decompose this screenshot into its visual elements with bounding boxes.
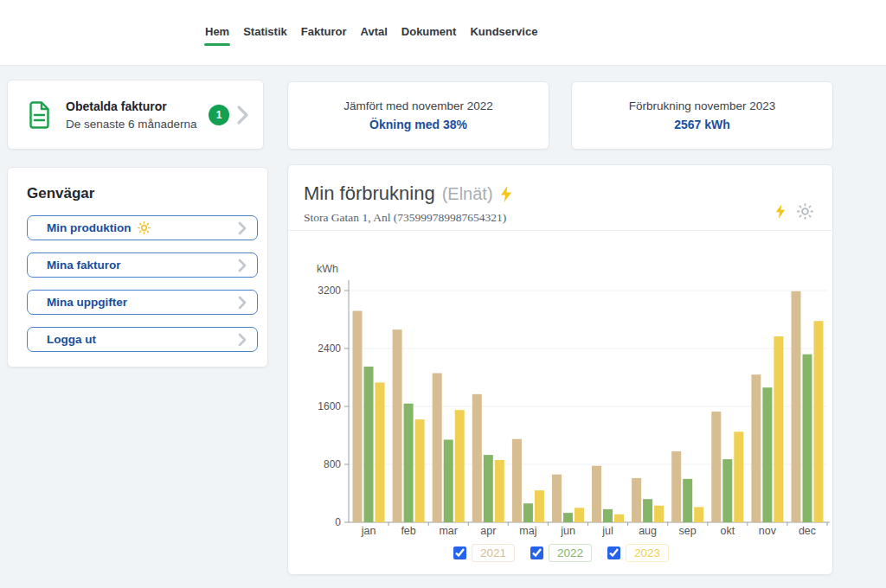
bar-2021-okt xyxy=(711,412,721,522)
shortcut-label: Logga ut xyxy=(47,333,96,346)
legend-item-2021[interactable]: 2021 xyxy=(453,544,515,562)
nav-item-avtal[interactable]: Avtal xyxy=(361,25,388,46)
y-tick-label: 3200 xyxy=(318,284,341,297)
shortcuts-panel: Genvägar Min produktion Mina fakturor xyxy=(7,167,268,368)
invoices-card-title: Obetalda fakturor xyxy=(66,99,209,113)
bar-2022-sep xyxy=(683,479,692,522)
x-tick-label-okt: okt xyxy=(720,525,735,537)
nav-item-dokument[interactable]: Dokument xyxy=(401,25,457,46)
comparison-value: Ökning med 38% xyxy=(369,118,467,131)
bar-2022-dec xyxy=(803,355,812,522)
bar-2021-dec xyxy=(792,291,801,522)
chevron-right-icon xyxy=(238,259,247,272)
x-tick-label-jul: jul xyxy=(601,525,613,537)
legend-checkbox-2022[interactable] xyxy=(530,546,543,559)
bar-2023-feb xyxy=(415,419,425,522)
bar-2021-jul xyxy=(592,466,601,522)
bar-2023-jan xyxy=(376,382,385,522)
nav-item-hem[interactable]: Hem xyxy=(205,25,229,46)
bar-2023-okt xyxy=(734,431,743,522)
consumption-card: Förbrukning november 2023 2567 kWh xyxy=(571,81,833,150)
unpaid-invoices-card[interactable]: Obetalda fakturor De senaste 6 månaderna… xyxy=(7,80,264,150)
nav-item-fakturor[interactable]: Fakturor xyxy=(301,25,347,46)
top-header: Hem Statistik Fakturor Avtal Dokument Ku… xyxy=(0,0,886,66)
bar-2021-maj xyxy=(512,439,522,522)
x-tick-label-dec: dec xyxy=(799,525,816,537)
chart-title-suffix: (Elnät) xyxy=(442,184,493,204)
y-tick-label: 800 xyxy=(324,458,341,470)
shortcut-mina-uppgifter[interactable]: Mina uppgifter xyxy=(27,290,258,315)
comparison-label: Jämfört med november 2022 xyxy=(343,99,493,112)
x-tick-label-mar: mar xyxy=(439,525,458,537)
bar-2022-jan xyxy=(364,367,374,522)
bar-2023-apr xyxy=(495,460,504,522)
chart-title: Min förbrukning xyxy=(304,182,435,205)
chevron-right-icon xyxy=(238,333,247,347)
bar-2021-aug xyxy=(632,478,641,522)
shortcut-logga-ut[interactable]: Logga ut xyxy=(27,327,258,352)
bar-2022-feb xyxy=(404,404,414,522)
x-tick-label-sep: sep xyxy=(679,525,697,537)
bar-2022-mar xyxy=(444,440,453,523)
electricity-toggle-lightning-icon[interactable] xyxy=(775,204,786,219)
bar-2023-sep xyxy=(694,507,703,522)
shortcut-label: Mina uppgifter xyxy=(47,296,127,309)
consumption-chart-card: Min förbrukning (Elnät) Stora Gatan 1, A… xyxy=(287,164,833,575)
bar-2021-jan xyxy=(353,311,363,523)
consumption-value: 2567 kWh xyxy=(674,118,730,131)
comparison-card: Jämfört med november 2022 Ökning med 38% xyxy=(287,81,549,150)
chevron-right-icon xyxy=(238,221,247,235)
production-toggle-sun-icon[interactable] xyxy=(797,203,813,220)
y-tick-label: 1600 xyxy=(318,400,341,412)
main-nav: Hem Statistik Fakturor Avtal Dokument Ku… xyxy=(205,25,537,46)
bar-2023-dec xyxy=(814,321,824,522)
bar-2022-nov xyxy=(762,387,772,522)
consumption-label: Förbrukning november 2023 xyxy=(629,99,776,112)
unpaid-count-badge: 1 xyxy=(209,105,229,125)
legend-item-2023[interactable]: 2023 xyxy=(607,544,669,562)
chart-subtitle: Stora Gatan 1, Anl (735999789987654321) xyxy=(304,211,817,225)
lightning-icon xyxy=(500,186,512,202)
bar-2021-feb xyxy=(393,329,402,522)
x-tick-label-feb: feb xyxy=(401,525,415,537)
y-axis-title: kWh xyxy=(317,263,338,275)
chart-legend: 202120222023 xyxy=(288,544,834,562)
legend-item-2022[interactable]: 2022 xyxy=(530,544,592,562)
x-tick-label-apr: apr xyxy=(480,525,496,537)
bar-2021-apr xyxy=(472,394,482,522)
bar-2022-okt xyxy=(722,459,732,522)
chart-header-divider xyxy=(288,230,834,231)
chevron-right-icon xyxy=(238,296,247,310)
x-tick-label-nov: nov xyxy=(759,525,777,537)
legend-label-2023: 2023 xyxy=(626,544,669,562)
x-tick-label-jun: jun xyxy=(560,525,575,537)
bar-2021-jun xyxy=(552,475,562,522)
shortcut-min-produktion[interactable]: Min produktion xyxy=(27,215,258,240)
bar-2023-aug xyxy=(654,506,664,522)
legend-checkbox-2023[interactable] xyxy=(607,546,620,559)
legend-label-2022: 2022 xyxy=(549,544,592,562)
sun-icon xyxy=(138,221,151,234)
legend-checkbox-2021[interactable] xyxy=(453,546,466,559)
invoices-card-subtitle: De senaste 6 månaderna xyxy=(66,118,209,131)
shortcut-mina-fakturor[interactable]: Mina fakturor xyxy=(27,252,258,278)
legend-label-2021: 2021 xyxy=(472,544,515,562)
chevron-right-icon xyxy=(236,105,249,125)
bar-2023-jun xyxy=(575,508,584,522)
nav-item-statistik[interactable]: Statistik xyxy=(243,25,287,46)
bar-2022-maj xyxy=(523,503,533,522)
bar-2022-aug xyxy=(643,499,652,522)
document-icon xyxy=(27,101,52,129)
shortcut-label: Min produktion xyxy=(47,221,131,234)
x-tick-label-aug: aug xyxy=(639,525,657,537)
invoices-card-text: Obetalda fakturor De senaste 6 månaderna xyxy=(66,99,209,131)
chart-view-toggles xyxy=(775,203,813,220)
bar-2023-nov xyxy=(774,336,783,522)
bar-2022-jul xyxy=(603,509,613,522)
bar-2022-jun xyxy=(563,513,573,522)
y-tick-label: 2400 xyxy=(318,342,341,355)
chart-header: Min förbrukning (Elnät) Stora Gatan 1, A… xyxy=(304,182,817,225)
shortcuts-title: Genvägar xyxy=(27,185,248,202)
bar-2023-jul xyxy=(614,514,624,522)
nav-item-kundservice[interactable]: Kundservice xyxy=(470,25,537,46)
